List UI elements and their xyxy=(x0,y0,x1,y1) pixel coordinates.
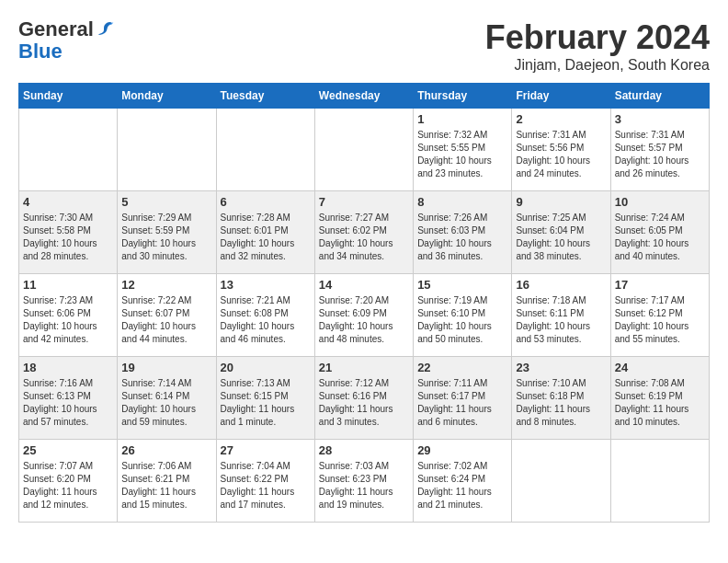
day-detail: Sunrise: 7:10 AM Sunset: 6:18 PM Dayligh… xyxy=(516,377,606,429)
header: General Blue February 2024 Jinjam, Daeje… xyxy=(18,18,710,74)
calendar-cell: 18Sunrise: 7:16 AM Sunset: 6:13 PM Dayli… xyxy=(19,357,118,440)
day-detail: Sunrise: 7:12 AM Sunset: 6:16 PM Dayligh… xyxy=(319,377,409,429)
calendar-cell: 3Sunrise: 7:31 AM Sunset: 5:57 PM Daylig… xyxy=(610,109,709,191)
day-number: 27 xyxy=(221,443,311,457)
day-detail: Sunrise: 7:26 AM Sunset: 6:03 PM Dayligh… xyxy=(417,212,507,263)
day-number: 18 xyxy=(23,361,113,374)
day-detail: Sunrise: 7:22 AM Sunset: 6:07 PM Dayligh… xyxy=(121,294,211,346)
day-detail: Sunrise: 7:24 AM Sunset: 6:05 PM Dayligh… xyxy=(615,212,705,263)
day-detail: Sunrise: 7:08 AM Sunset: 6:19 PM Dayligh… xyxy=(615,377,705,429)
day-detail: Sunrise: 7:30 AM Sunset: 5:58 PM Dayligh… xyxy=(23,212,113,263)
calendar-cell xyxy=(512,440,610,523)
day-number: 20 xyxy=(221,361,311,374)
day-header-monday: Monday xyxy=(118,84,216,109)
day-number: 9 xyxy=(516,195,606,209)
day-number: 8 xyxy=(417,195,507,209)
day-header-friday: Friday xyxy=(512,84,610,109)
calendar-cell: 7Sunrise: 7:27 AM Sunset: 6:02 PM Daylig… xyxy=(314,191,413,274)
day-header-tuesday: Tuesday xyxy=(216,84,314,109)
calendar-cell: 9Sunrise: 7:25 AM Sunset: 6:04 PM Daylig… xyxy=(512,191,610,274)
calendar-cell: 6Sunrise: 7:28 AM Sunset: 6:01 PM Daylig… xyxy=(216,191,314,274)
day-detail: Sunrise: 7:27 AM Sunset: 6:02 PM Dayligh… xyxy=(319,212,409,263)
day-number: 10 xyxy=(615,195,705,209)
day-number: 16 xyxy=(516,278,606,292)
calendar-table: SundayMondayTuesdayWednesdayThursdayFrid… xyxy=(18,83,710,523)
calendar-cell: 22Sunrise: 7:11 AM Sunset: 6:17 PM Dayli… xyxy=(414,357,512,440)
calendar-cell: 13Sunrise: 7:21 AM Sunset: 6:08 PM Dayli… xyxy=(216,274,314,357)
calendar-cell: 1Sunrise: 7:32 AM Sunset: 5:55 PM Daylig… xyxy=(414,109,512,191)
calendar-week-row: 18Sunrise: 7:16 AM Sunset: 6:13 PM Dayli… xyxy=(19,357,710,440)
calendar-cell xyxy=(118,109,216,191)
day-number: 1 xyxy=(417,112,507,126)
logo-blue-text: Blue xyxy=(18,40,63,63)
day-detail: Sunrise: 7:32 AM Sunset: 5:55 PM Dayligh… xyxy=(417,129,507,180)
calendar-cell: 19Sunrise: 7:14 AM Sunset: 6:14 PM Dayli… xyxy=(118,357,216,440)
day-detail: Sunrise: 7:31 AM Sunset: 5:56 PM Dayligh… xyxy=(516,129,606,180)
day-number: 29 xyxy=(417,443,507,457)
day-number: 26 xyxy=(121,443,211,457)
day-number: 28 xyxy=(319,443,409,457)
day-number: 13 xyxy=(221,278,311,292)
location-subtitle: Jinjam, Daejeon, South Korea xyxy=(485,57,710,74)
calendar-cell: 20Sunrise: 7:13 AM Sunset: 6:15 PM Dayli… xyxy=(216,357,314,440)
day-detail: Sunrise: 7:02 AM Sunset: 6:24 PM Dayligh… xyxy=(417,460,507,511)
calendar-week-row: 4Sunrise: 7:30 AM Sunset: 5:58 PM Daylig… xyxy=(19,191,710,274)
calendar-cell: 15Sunrise: 7:19 AM Sunset: 6:10 PM Dayli… xyxy=(414,274,512,357)
calendar-week-row: 1Sunrise: 7:32 AM Sunset: 5:55 PM Daylig… xyxy=(19,109,710,191)
day-number: 5 xyxy=(121,195,211,209)
day-number: 6 xyxy=(221,195,311,209)
day-number: 23 xyxy=(516,361,606,374)
calendar-cell: 4Sunrise: 7:30 AM Sunset: 5:58 PM Daylig… xyxy=(19,191,118,274)
calendar-cell xyxy=(610,440,709,523)
day-number: 11 xyxy=(23,278,113,292)
day-detail: Sunrise: 7:07 AM Sunset: 6:20 PM Dayligh… xyxy=(23,460,113,511)
day-header-wednesday: Wednesday xyxy=(314,84,413,109)
calendar-cell: 24Sunrise: 7:08 AM Sunset: 6:19 PM Dayli… xyxy=(610,357,709,440)
calendar-cell: 26Sunrise: 7:06 AM Sunset: 6:21 PM Dayli… xyxy=(118,440,216,523)
calendar-cell: 10Sunrise: 7:24 AM Sunset: 6:05 PM Dayli… xyxy=(610,191,709,274)
day-detail: Sunrise: 7:25 AM Sunset: 6:04 PM Dayligh… xyxy=(516,212,606,263)
calendar-cell: 21Sunrise: 7:12 AM Sunset: 6:16 PM Dayli… xyxy=(314,357,413,440)
day-detail: Sunrise: 7:31 AM Sunset: 5:57 PM Dayligh… xyxy=(615,129,705,180)
day-header-thursday: Thursday xyxy=(414,84,512,109)
calendar-cell xyxy=(216,109,314,191)
logo-general-text: General xyxy=(18,18,94,40)
calendar-cell: 29Sunrise: 7:02 AM Sunset: 6:24 PM Dayli… xyxy=(414,440,512,523)
title-area: February 2024 Jinjam, Daejeon, South Kor… xyxy=(485,18,710,74)
day-detail: Sunrise: 7:18 AM Sunset: 6:11 PM Dayligh… xyxy=(516,294,606,346)
calendar-cell: 14Sunrise: 7:20 AM Sunset: 6:09 PM Dayli… xyxy=(314,274,413,357)
calendar-header-row: SundayMondayTuesdayWednesdayThursdayFrid… xyxy=(19,84,710,109)
day-number: 24 xyxy=(615,361,705,374)
day-number: 19 xyxy=(121,361,211,374)
day-detail: Sunrise: 7:14 AM Sunset: 6:14 PM Dayligh… xyxy=(121,377,211,429)
calendar-week-row: 25Sunrise: 7:07 AM Sunset: 6:20 PM Dayli… xyxy=(19,440,710,523)
calendar-cell: 5Sunrise: 7:29 AM Sunset: 5:59 PM Daylig… xyxy=(118,191,216,274)
day-number: 22 xyxy=(417,361,507,374)
calendar-week-row: 11Sunrise: 7:23 AM Sunset: 6:06 PM Dayli… xyxy=(19,274,710,357)
calendar-cell: 11Sunrise: 7:23 AM Sunset: 6:06 PM Dayli… xyxy=(19,274,118,357)
day-number: 14 xyxy=(319,278,409,292)
day-detail: Sunrise: 7:11 AM Sunset: 6:17 PM Dayligh… xyxy=(417,377,507,429)
calendar-cell: 28Sunrise: 7:03 AM Sunset: 6:23 PM Dayli… xyxy=(314,440,413,523)
day-detail: Sunrise: 7:19 AM Sunset: 6:10 PM Dayligh… xyxy=(417,294,507,346)
day-number: 17 xyxy=(615,278,705,292)
day-number: 25 xyxy=(23,443,113,457)
day-number: 15 xyxy=(417,278,507,292)
calendar-cell: 25Sunrise: 7:07 AM Sunset: 6:20 PM Dayli… xyxy=(19,440,118,523)
month-title: February 2024 xyxy=(485,18,710,57)
day-header-sunday: Sunday xyxy=(19,84,118,109)
day-number: 7 xyxy=(319,195,409,209)
day-number: 4 xyxy=(23,195,113,209)
day-detail: Sunrise: 7:16 AM Sunset: 6:13 PM Dayligh… xyxy=(23,377,113,429)
calendar-cell xyxy=(314,109,413,191)
calendar-cell: 2Sunrise: 7:31 AM Sunset: 5:56 PM Daylig… xyxy=(512,109,610,191)
day-detail: Sunrise: 7:03 AM Sunset: 6:23 PM Dayligh… xyxy=(319,460,409,511)
calendar-cell: 8Sunrise: 7:26 AM Sunset: 6:03 PM Daylig… xyxy=(414,191,512,274)
day-detail: Sunrise: 7:20 AM Sunset: 6:09 PM Dayligh… xyxy=(319,294,409,346)
calendar-cell: 17Sunrise: 7:17 AM Sunset: 6:12 PM Dayli… xyxy=(610,274,709,357)
day-detail: Sunrise: 7:28 AM Sunset: 6:01 PM Dayligh… xyxy=(221,212,311,263)
day-detail: Sunrise: 7:21 AM Sunset: 6:08 PM Dayligh… xyxy=(221,294,311,346)
day-number: 21 xyxy=(319,361,409,374)
day-number: 12 xyxy=(121,278,211,292)
day-detail: Sunrise: 7:17 AM Sunset: 6:12 PM Dayligh… xyxy=(615,294,705,346)
